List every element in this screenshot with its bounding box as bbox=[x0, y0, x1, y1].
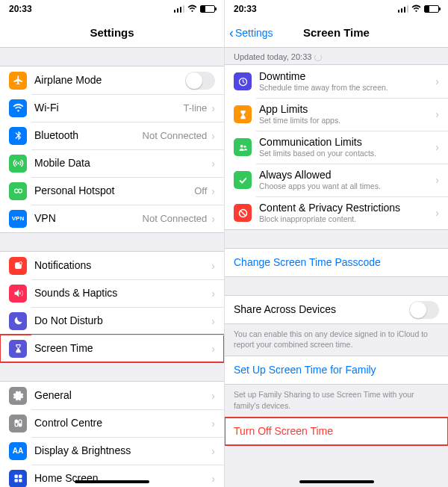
svg-point-7 bbox=[19, 424, 21, 426]
row-label: Sounds & Haptics bbox=[34, 287, 210, 300]
row-label: Screen Time bbox=[34, 342, 210, 356]
chevron-right-icon: › bbox=[211, 315, 215, 327]
svg-rect-8 bbox=[14, 475, 17, 478]
settings-list[interactable]: Airplane Mode Wi-Fi T-line › Bluetooth N… bbox=[0, 48, 224, 487]
chevron-right-icon: › bbox=[211, 445, 215, 457]
airplane-icon bbox=[9, 72, 27, 90]
row-label: Always Allowed bbox=[259, 169, 434, 182]
spinner-icon bbox=[314, 54, 322, 61]
row-vpn[interactable]: VPN VPN Not Connected › bbox=[0, 205, 224, 232]
battery-icon bbox=[200, 5, 215, 13]
status-bar: 20:33 bbox=[225, 0, 448, 18]
chevron-right-icon: › bbox=[211, 130, 215, 142]
sounds-icon bbox=[9, 285, 27, 303]
row-home-screen[interactable]: Home Screen › bbox=[0, 465, 224, 487]
cellular-icon bbox=[174, 5, 185, 13]
row-personal-hotspot[interactable]: Personal Hotspot Off › bbox=[0, 177, 224, 205]
chevron-right-icon: › bbox=[435, 75, 439, 87]
row-bluetooth[interactable]: Bluetooth Not Connected › bbox=[0, 122, 224, 149]
communication-icon bbox=[234, 138, 252, 156]
home-indicator[interactable] bbox=[299, 480, 374, 483]
row-downtime[interactable]: Downtime Schedule time away from the scr… bbox=[225, 65, 448, 98]
row-label: Content & Privacy Restrictions bbox=[259, 202, 434, 215]
svg-rect-10 bbox=[14, 479, 17, 482]
row-label: Wi-Fi bbox=[34, 102, 184, 115]
row-change-passcode[interactable]: Change Screen Time Passcode bbox=[225, 249, 448, 276]
updated-header: Updated today, 20:33 bbox=[225, 48, 448, 64]
chevron-right-icon: › bbox=[435, 207, 439, 219]
row-screen-time[interactable]: Screen Time › bbox=[0, 335, 224, 362]
status-indicators bbox=[398, 4, 440, 13]
row-label: Communication Limits bbox=[259, 136, 434, 149]
page-title: Settings bbox=[90, 26, 134, 39]
row-label: Display & Brightness bbox=[34, 444, 210, 458]
chevron-right-icon: › bbox=[435, 174, 439, 186]
settings-pane: 20:33 Settings Airplane Mode bbox=[0, 0, 224, 487]
row-sounds-haptics[interactable]: Sounds & Haptics › bbox=[0, 279, 224, 307]
row-content-privacy[interactable]: Content & Privacy Restrictions Block ina… bbox=[225, 196, 448, 229]
row-label: Personal Hotspot bbox=[34, 184, 194, 198]
wifi-settings-icon bbox=[9, 99, 27, 117]
chevron-right-icon: › bbox=[211, 158, 215, 170]
grid-icon bbox=[9, 470, 27, 488]
chevron-right-icon: › bbox=[435, 141, 439, 153]
airplane-toggle[interactable] bbox=[185, 72, 215, 90]
row-mobile-data[interactable]: Mobile Data › bbox=[0, 149, 224, 177]
row-share-across-devices[interactable]: Share Across Devices bbox=[225, 296, 448, 323]
antenna-icon bbox=[9, 155, 27, 173]
row-label: Downtime bbox=[259, 70, 434, 84]
row-detail: T-line bbox=[184, 102, 208, 114]
row-control-centre[interactable]: Control Centre › bbox=[0, 409, 224, 437]
status-time: 20:33 bbox=[9, 4, 32, 14]
row-wifi[interactable]: Wi-Fi T-line › bbox=[0, 94, 224, 122]
chevron-right-icon: › bbox=[211, 260, 215, 272]
svg-point-1 bbox=[18, 189, 22, 193]
notifications-icon bbox=[9, 257, 27, 275]
row-label: Turn Off Screen Time bbox=[234, 425, 439, 438]
row-sublabel: Set limits based on your contacts. bbox=[259, 149, 434, 158]
row-turn-off-screen-time[interactable]: Turn Off Screen Time bbox=[225, 418, 448, 445]
hourglass-icon bbox=[9, 340, 27, 358]
row-app-limits[interactable]: App Limits Set time limits for apps. › bbox=[225, 98, 448, 131]
checkmark-icon bbox=[234, 171, 252, 189]
status-time: 20:33 bbox=[234, 4, 257, 14]
row-general[interactable]: General › bbox=[0, 382, 224, 409]
status-bar: 20:33 bbox=[0, 0, 224, 18]
wifi-icon bbox=[411, 4, 421, 13]
screen-time-list[interactable]: Updated today, 20:33 Downtime Schedule t… bbox=[225, 48, 448, 487]
row-do-not-disturb[interactable]: Do Not Disturb › bbox=[0, 307, 224, 335]
nav-header: Settings bbox=[0, 18, 224, 48]
share-toggle[interactable] bbox=[409, 301, 439, 319]
row-notifications[interactable]: Notifications › bbox=[0, 252, 224, 279]
row-detail: Off bbox=[194, 185, 207, 196]
nav-header: ‹ Settings Screen Time bbox=[225, 18, 448, 48]
moon-icon bbox=[9, 312, 27, 330]
row-always-allowed[interactable]: Always Allowed Choose apps you want at a… bbox=[225, 164, 448, 196]
row-label: Airplane Mode bbox=[34, 74, 185, 87]
row-sublabel: Block inappropriate content. bbox=[259, 214, 434, 224]
row-label: App Limits bbox=[259, 103, 434, 117]
row-display-brightness[interactable]: AA Display & Brightness › bbox=[0, 437, 224, 465]
bluetooth-icon bbox=[9, 127, 27, 145]
chevron-right-icon: › bbox=[211, 343, 215, 355]
svg-point-16 bbox=[243, 145, 246, 147]
back-button[interactable]: ‹ Settings bbox=[229, 18, 273, 47]
row-communication-limits[interactable]: Communication Limits Set limits based on… bbox=[225, 131, 448, 164]
row-sublabel: Set time limits for apps. bbox=[259, 116, 434, 125]
sliders-icon bbox=[9, 415, 27, 432]
row-airplane-mode[interactable]: Airplane Mode bbox=[0, 66, 224, 94]
chevron-right-icon: › bbox=[211, 418, 215, 429]
battery-icon bbox=[424, 5, 439, 13]
svg-point-6 bbox=[15, 421, 17, 423]
home-indicator[interactable] bbox=[75, 480, 149, 483]
chevron-right-icon: › bbox=[211, 473, 215, 485]
row-label: Set Up Screen Time for Family bbox=[234, 364, 439, 377]
chevron-right-icon: › bbox=[211, 390, 215, 402]
downtime-icon bbox=[234, 72, 252, 90]
row-setup-family[interactable]: Set Up Screen Time for Family bbox=[225, 356, 448, 384]
cellular-icon bbox=[398, 5, 409, 13]
chevron-right-icon: › bbox=[211, 102, 215, 114]
hotspot-icon bbox=[9, 182, 27, 200]
row-label: VPN bbox=[34, 212, 143, 226]
row-label: General bbox=[34, 389, 210, 403]
